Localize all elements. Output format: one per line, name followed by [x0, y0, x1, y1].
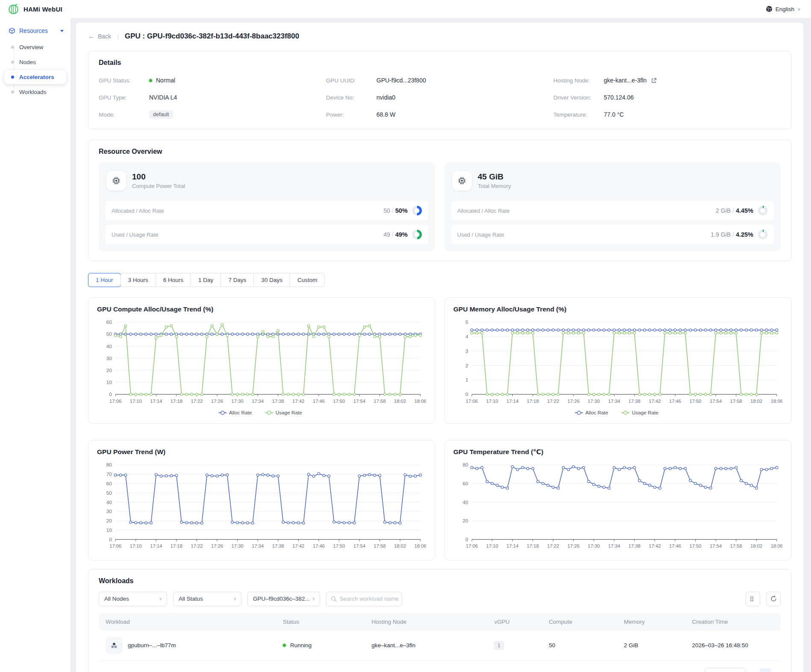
- sidebar-item-overview[interactable]: Overview: [4, 40, 66, 54]
- resource-row-right: 2 GiB/4.45%: [716, 205, 768, 216]
- tab-1-day[interactable]: 1 Day: [191, 273, 220, 287]
- svg-text:60: 60: [463, 481, 469, 486]
- workloads-footer: 1 items 10 / page ∨ ‹ 1 ›: [99, 661, 781, 672]
- detail-field-label: Hosting Node:: [553, 77, 604, 84]
- page-number-button[interactable]: 1: [760, 669, 771, 672]
- svg-text:17:10: 17:10: [130, 399, 142, 404]
- tab-1-hour[interactable]: 1 Hour: [88, 273, 120, 287]
- node-filter-select[interactable]: All Nodes ∨: [99, 592, 167, 606]
- svg-text:17:18: 17:18: [527, 544, 539, 549]
- svg-text:80: 80: [106, 462, 112, 468]
- chart-title: GPU Memory Alloc/Usage Trend (%): [453, 305, 782, 313]
- svg-text:17:30: 17:30: [588, 544, 600, 549]
- sidebar-item-nodes[interactable]: Nodes: [4, 55, 66, 69]
- tab-7-days[interactable]: 7 Days: [220, 273, 253, 287]
- resource-card-header: 45 GiBTotal Memory: [451, 169, 774, 197]
- chevron-down-icon: ∨: [312, 596, 315, 602]
- detail-field-label: Temperature:: [553, 112, 604, 118]
- svg-text:Alloc Rate: Alloc Rate: [585, 410, 608, 415]
- chart-card-gpu-memory-alloc-usage-trend: GPU Memory Alloc/Usage Trend (%)01234517…: [444, 297, 791, 424]
- tab-6-hours[interactable]: 6 Hours: [156, 273, 191, 287]
- status-label: Running: [290, 642, 311, 649]
- detail-field-value: Normal: [149, 77, 175, 84]
- details-grid: GPU Status:NormalGPU UUID:GPU-f9cd...23f…: [99, 75, 781, 120]
- resource-row-value: 2 GiB/4.45%: [716, 207, 753, 214]
- svg-text:17:14: 17:14: [150, 544, 162, 549]
- table-header-hosting-node: Hosting Node: [364, 613, 487, 631]
- resource-row-value: 1.9 GiB/4.25%: [711, 231, 753, 238]
- workload-cell[interactable]: gpuburn–...–lb77m: [106, 637, 269, 654]
- workloads-title: Workloads: [99, 577, 781, 585]
- sidebar-item-accelerators[interactable]: Accelerators: [4, 70, 66, 84]
- table-header-memory: Memory: [617, 613, 685, 631]
- svg-text:18:02: 18:02: [394, 399, 406, 404]
- svg-text:17:14: 17:14: [506, 399, 518, 404]
- gauge-donut: [758, 205, 768, 216]
- svg-text:17:10: 17:10: [130, 544, 142, 549]
- status-filter-select[interactable]: All Status ∨: [173, 592, 241, 606]
- refresh-button[interactable]: [766, 592, 781, 606]
- svg-text:17:54: 17:54: [353, 544, 365, 549]
- svg-text:17:06: 17:06: [466, 399, 478, 404]
- external-link-icon: [651, 78, 657, 83]
- chevron-down-icon: ∨: [797, 6, 801, 12]
- cell-hosting-node: gke–kant...e–3fln: [364, 631, 487, 661]
- sidebar-group-resources[interactable]: Resources: [4, 24, 66, 38]
- svg-text:17:38: 17:38: [272, 399, 284, 404]
- detail-field-driver-version: Driver Version:570.124.06: [553, 92, 781, 103]
- detail-field-label: GPU Type:: [99, 94, 149, 101]
- svg-text:17:22: 17:22: [547, 399, 559, 404]
- resource-row-used-usage-rate: Used / Usage Rate1.9 GiB/4.25%: [451, 225, 774, 244]
- gpu-filter-select[interactable]: GPU–f9cd036c–382... ∨: [247, 592, 320, 606]
- svg-text:17:54: 17:54: [710, 399, 722, 404]
- next-page-button[interactable]: ›: [776, 670, 780, 672]
- svg-text:10: 10: [106, 527, 112, 533]
- svg-text:17:10: 17:10: [486, 399, 498, 404]
- resource-row-amount: 49: [384, 231, 391, 238]
- svg-text:17:34: 17:34: [608, 544, 620, 549]
- svg-text:17:38: 17:38: [629, 544, 641, 549]
- svg-text:17:30: 17:30: [232, 544, 244, 549]
- tab-30-days[interactable]: 30 Days: [253, 273, 290, 287]
- sidebar-item-label: Workloads: [19, 89, 47, 95]
- tab-3-hours[interactable]: 3 Hours: [120, 273, 156, 287]
- cell-compute: 50: [542, 631, 617, 661]
- workload-search-input[interactable]: [340, 596, 415, 602]
- workloads-card: Workloads All Nodes ∨ All Status ∨ GPU–f…: [88, 569, 791, 672]
- search-icon: [331, 596, 337, 602]
- svg-text:17:06: 17:06: [466, 544, 478, 549]
- charts-grid: GPU Compute Alloc/Usage Trend (%)0102030…: [88, 297, 791, 560]
- table-row[interactable]: gpuburn–...–lb77mRunninggke–kant...e–3fl…: [99, 631, 781, 661]
- language-switcher[interactable]: English ∨: [766, 6, 801, 12]
- resource-row-amount: 2 GiB: [716, 207, 731, 214]
- sidebar-item-workloads[interactable]: Workloads: [4, 85, 66, 99]
- resource-row-separator: /: [390, 231, 395, 238]
- resource-total: 45 GiB: [478, 172, 511, 182]
- detail-field-value[interactable]: gke-kant...e-3fln: [604, 77, 657, 84]
- svg-text:0: 0: [109, 537, 112, 542]
- cube-icon: [9, 27, 15, 34]
- svg-text:17:34: 17:34: [608, 399, 620, 404]
- resource-caption: Compute Power Total: [132, 183, 185, 189]
- table-header-workload: Workload: [99, 613, 276, 631]
- back-button[interactable]: ← Back: [88, 33, 111, 40]
- back-arrow-icon: ←: [88, 33, 95, 40]
- svg-text:17:26: 17:26: [567, 399, 579, 404]
- tab-custom[interactable]: Custom: [290, 273, 325, 287]
- detail-field-gpu-status: GPU Status:Normal: [99, 75, 326, 85]
- resource-row-amount: 1.9 GiB: [711, 231, 731, 238]
- svg-text:17:22: 17:22: [547, 544, 559, 549]
- resource-row-value: 50/50%: [384, 207, 408, 214]
- svg-text:17:38: 17:38: [629, 399, 641, 404]
- resource-card-text: 45 GiBTotal Memory: [478, 172, 511, 189]
- svg-text:50: 50: [106, 331, 112, 337]
- prev-page-button[interactable]: ‹: [751, 670, 755, 672]
- workload-avatar: [106, 637, 123, 654]
- svg-text:17:54: 17:54: [353, 399, 365, 404]
- svg-text:17:46: 17:46: [669, 544, 681, 549]
- page-size-select[interactable]: 10 / page ∨: [705, 668, 746, 672]
- svg-text:17:50: 17:50: [689, 399, 701, 404]
- time-range-tabs: 1 Hour3 Hours6 Hours1 Day7 Days30 DaysCu…: [88, 273, 325, 287]
- vgpu-badge: 1: [494, 641, 504, 650]
- column-settings-button[interactable]: [746, 592, 760, 606]
